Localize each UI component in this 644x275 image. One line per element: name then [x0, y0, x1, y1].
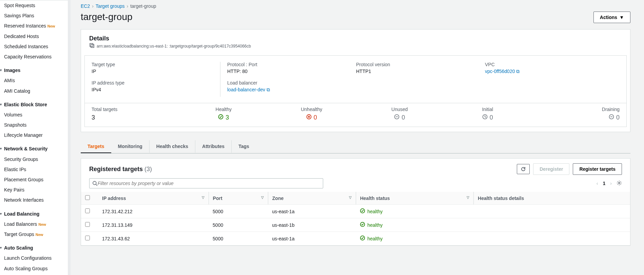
tab-health-checks[interactable]: Health checks — [150, 140, 195, 153]
select-all-checkbox[interactable] — [85, 195, 90, 200]
sidebar-item-security-groups[interactable]: Security Groups — [3, 154, 68, 164]
sidebar-item-key-pairs[interactable]: Key Pairs — [3, 185, 68, 195]
row-checkbox[interactable] — [85, 222, 90, 227]
col-ip-address[interactable]: IP address▽ — [98, 192, 209, 205]
tab-attributes[interactable]: Attributes — [195, 140, 232, 153]
cell-health: healthy — [360, 208, 383, 215]
sidebar-item-images[interactable]: Images — [3, 65, 68, 75]
sidebar: Spot RequestsSavings PlansReserved Insta… — [0, 0, 68, 275]
stat-value: 0 — [616, 114, 620, 121]
row-checkbox[interactable] — [85, 236, 90, 240]
stat-healthy: Healthy3 — [180, 107, 268, 121]
load-balancer-link[interactable]: load-balancer-dev — [227, 87, 265, 92]
tab-tags[interactable]: Tags — [232, 140, 256, 153]
chevron-right-icon: › — [92, 3, 94, 9]
sidebar-item-lifecycle-manager[interactable]: Lifecycle Manager — [3, 130, 68, 140]
protocol-version-value: HTTP1 — [356, 69, 485, 74]
targets-table: IP address▽Port▽Zone▽Health status▽Healt… — [81, 192, 630, 245]
sidebar-item-network-interfaces[interactable]: Network Interfaces — [3, 195, 68, 205]
sidebar-scrollbar[interactable] — [68, 0, 71, 275]
sort-icon: ▽ — [349, 196, 352, 199]
deregister-button[interactable]: Deregister — [533, 163, 569, 175]
stat-label: Healthy — [180, 107, 268, 112]
stat-label: Unhealthy — [268, 107, 356, 112]
stat-label: Draining — [532, 107, 620, 112]
sidebar-item-scheduled-instances[interactable]: Scheduled Instances — [3, 41, 68, 52]
page-title: target-group — [81, 12, 133, 22]
check-circle-icon — [360, 222, 365, 228]
pager-prev[interactable]: ‹ — [597, 181, 598, 186]
table-row[interactable]: 172.31.13.1495000us-east-1bhealthy — [81, 218, 630, 232]
cell-zone: us-east-1a — [268, 205, 356, 218]
cell-port: 5000 — [209, 232, 268, 245]
sidebar-item-placement-groups[interactable]: Placement Groups — [3, 175, 68, 185]
filter-input[interactable] — [98, 181, 320, 186]
copy-icon[interactable] — [89, 43, 95, 49]
pager-next[interactable]: › — [610, 181, 612, 186]
col-health-status[interactable]: Health status▽ — [356, 192, 473, 205]
sidebar-item-savings-plans[interactable]: Savings Plans — [3, 11, 68, 21]
ip-type-label: IP address type — [92, 80, 220, 86]
col-port[interactable]: Port▽ — [209, 192, 268, 205]
sidebar-item-target-groups[interactable]: Target GroupsNew — [3, 229, 68, 239]
breadcrumb-target-groups[interactable]: Target groups — [96, 3, 125, 9]
sidebar-item-amis[interactable]: AMIs — [3, 75, 68, 86]
details-title: Details — [89, 35, 622, 42]
sidebar-item-elastic-ips[interactable]: Elastic IPs — [3, 164, 68, 175]
new-badge: New — [38, 222, 46, 226]
table-row[interactable]: 172.31.43.625000us-east-1ahealthy — [81, 232, 630, 245]
tab-targets[interactable]: Targets — [81, 140, 111, 153]
sidebar-item-load-balancing[interactable]: Load Balancing — [3, 209, 68, 219]
cell-ip: 172.31.42.212 — [98, 205, 209, 218]
tabs: TargetsMonitoringHealth checksAttributes… — [81, 140, 630, 153]
sidebar-item-network-security[interactable]: Network & Security — [3, 144, 68, 154]
sidebar-item-auto-scaling-groups[interactable]: Auto Scaling Groups — [3, 263, 68, 274]
cell-health: healthy — [360, 222, 383, 228]
search-icon — [92, 181, 98, 186]
gear-icon[interactable] — [617, 180, 622, 187]
vpc-link[interactable]: vpc-0ff56d020 — [485, 69, 515, 74]
row-checkbox[interactable] — [85, 208, 90, 213]
sidebar-item-auto-scaling[interactable]: Auto Scaling — [3, 243, 68, 253]
target-type-label: Target type — [92, 62, 220, 67]
cell-port: 5000 — [209, 205, 268, 218]
sidebar-item-volumes[interactable]: Volumes — [3, 110, 68, 120]
pager: ‹ 1 › — [597, 180, 622, 187]
sidebar-item-snapshots[interactable]: Snapshots — [3, 120, 68, 130]
filter-input-wrap[interactable] — [89, 178, 323, 188]
tab-monitoring[interactable]: Monitoring — [111, 140, 150, 153]
sidebar-item-capacity-reservations[interactable]: Capacity Reservations — [3, 52, 68, 62]
sidebar-item-ami-catalog[interactable]: AMI Catalog — [3, 86, 68, 96]
stat-label: Initial — [444, 107, 532, 112]
caret-down-icon: ▼ — [619, 15, 624, 20]
svg-point-11 — [619, 182, 620, 183]
sidebar-item-elastic-block-store[interactable]: Elastic Block Store — [3, 99, 68, 110]
sidebar-item-spot-requests[interactable]: Spot Requests — [3, 0, 68, 11]
sort-icon: ▽ — [261, 196, 264, 199]
sidebar-item-reserved-instances[interactable]: Reserved InstancesNew — [3, 21, 68, 31]
gray-minus-icon — [394, 114, 399, 121]
stat-value: 0 — [402, 114, 405, 121]
check-circle-icon — [360, 208, 365, 215]
col-health-status-details[interactable]: Health status details — [474, 192, 630, 205]
sidebar-item-dedicated-hosts[interactable]: Dedicated Hosts — [3, 31, 68, 41]
refresh-icon — [521, 166, 526, 172]
register-targets-button[interactable]: Register targets — [573, 163, 622, 175]
breadcrumb-ec2[interactable]: EC2 — [81, 3, 90, 9]
stat-unhealthy: Unhealthy0 — [268, 107, 356, 121]
actions-button[interactable]: Actions ▼ — [593, 12, 630, 23]
col-zone[interactable]: Zone▽ — [268, 192, 356, 205]
refresh-button[interactable] — [517, 164, 530, 174]
cell-health: healthy — [360, 235, 383, 242]
ip-type-value: IPv4 — [92, 87, 220, 92]
red-x-icon — [306, 114, 312, 121]
gray-clock-icon — [482, 114, 488, 121]
table-row[interactable]: 172.31.42.2125000us-east-1ahealthy — [81, 205, 630, 218]
sidebar-item-launch-configurations[interactable]: Launch Configurations — [3, 253, 68, 263]
svg-line-10 — [96, 184, 97, 186]
cell-ip: 172.31.13.149 — [98, 218, 209, 232]
registered-targets-panel: Registered targets (3) Deregister Regist… — [81, 158, 630, 246]
protocol-port-value: HTTP: 80 — [227, 69, 356, 74]
svg-point-9 — [93, 181, 96, 185]
sidebar-item-load-balancers[interactable]: Load BalancersNew — [3, 219, 68, 229]
